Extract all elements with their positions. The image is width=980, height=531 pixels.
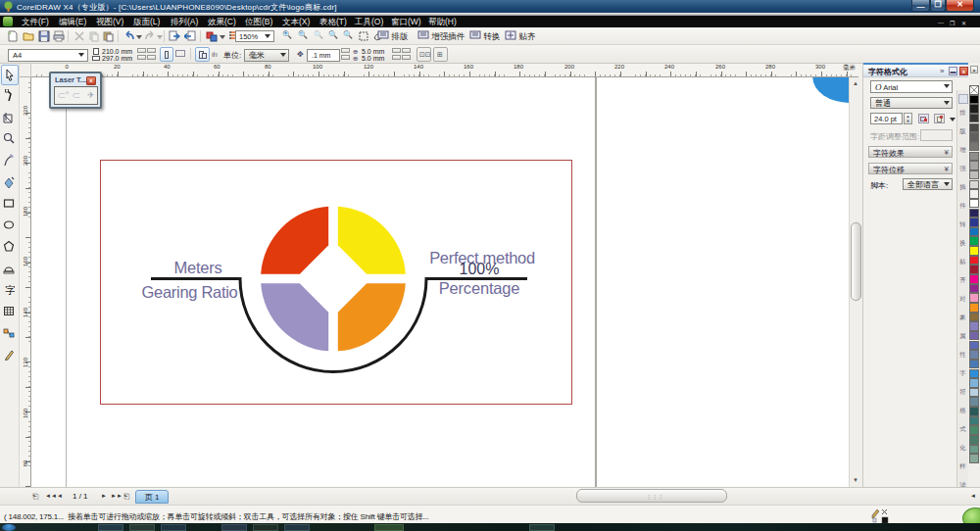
svg-text:Meters: Meters	[173, 259, 221, 276]
svg-text:Percentage: Percentage	[439, 279, 519, 297]
svg-text:100%: 100%	[460, 261, 500, 277]
svg-text:字: 字	[5, 284, 15, 296]
svg-text:Gearing Ratio: Gearing Ratio	[142, 283, 238, 301]
